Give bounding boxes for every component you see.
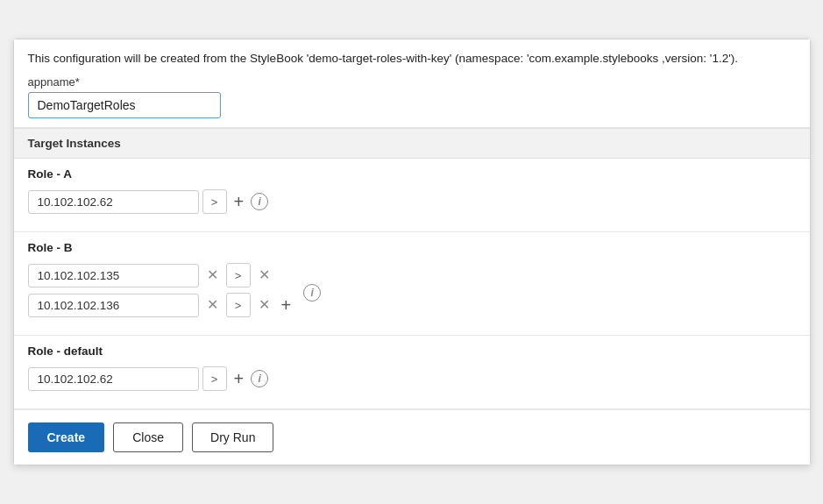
role-a-title: Role - A [28, 167, 796, 181]
role-b-title: Role - B [28, 241, 796, 254]
role-a-row: > + i [28, 189, 796, 214]
role-b-info-icon: i [303, 284, 321, 302]
role-a-arrow-button[interactable]: > [202, 189, 227, 214]
target-instances-header: Target Instances [14, 128, 810, 159]
role-b-instance-1-input[interactable] [28, 264, 199, 287]
role-b-add-button[interactable]: + [278, 296, 295, 314]
role-default-title: Role - default [28, 344, 796, 358]
role-b-instance-2-input[interactable] [28, 294, 199, 317]
role-default-arrow-button[interactable]: > [202, 366, 227, 391]
appname-label: appname* [28, 75, 796, 89]
role-default-add-button[interactable]: + [231, 370, 248, 387]
role-b-arrow-2-button[interactable]: > [226, 293, 251, 317]
role-a-info-icon: i [251, 193, 268, 210]
appname-input[interactable] [28, 92, 221, 118]
role-default-instance-input[interactable] [28, 367, 199, 391]
role-a-add-button[interactable]: + [231, 193, 248, 210]
role-a-section: Role - A > + i [14, 159, 810, 232]
role-b-instance-1-remove-button[interactable]: ✕ [202, 266, 223, 284]
role-default-section: Role - default > + i [14, 336, 810, 409]
role-default-info-icon: i [251, 370, 268, 387]
create-button[interactable]: Create [28, 422, 105, 452]
create-config-modal: This configuration will be created from … [13, 39, 811, 465]
role-a-instance-input[interactable] [28, 190, 199, 214]
role-b-section: Role - B ✕ > ✕ ✕ > ✕ + i [14, 232, 810, 336]
role-b-arrow-1-button[interactable]: > [226, 263, 251, 287]
role-default-row: > + i [28, 366, 796, 391]
role-b-row-1-delete-button[interactable]: ✕ [254, 266, 274, 284]
role-b-row-1: ✕ > ✕ [28, 263, 295, 287]
close-button[interactable]: Close [113, 422, 183, 452]
info-bar: This configuration will be created from … [14, 39, 810, 128]
dry-run-button[interactable]: Dry Run [192, 422, 273, 452]
footer: Create Close Dry Run [14, 409, 810, 465]
role-b-row-2-delete-button[interactable]: ✕ [254, 296, 274, 314]
role-b-instance-2-remove-button[interactable]: ✕ [202, 296, 223, 314]
info-text: This configuration will be created from … [28, 52, 796, 65]
role-b-row-2: ✕ > ✕ + [28, 293, 295, 317]
